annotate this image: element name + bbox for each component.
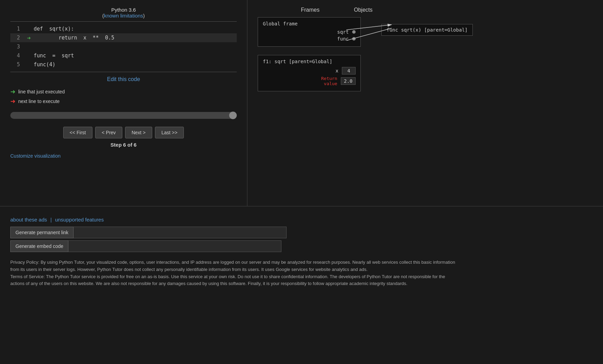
func-pointer-dot xyxy=(352,37,356,41)
return-value: 2.0 xyxy=(341,77,356,85)
line-num-5: 5 xyxy=(10,61,24,68)
generate-embed-button[interactable]: Generate embed code xyxy=(10,240,68,252)
generate-permanent-button[interactable]: Generate permanent link xyxy=(10,227,74,238)
python-title: Python 3.6 (known limitations) xyxy=(10,7,237,19)
frame-row-sqrt: sqrt xyxy=(263,29,356,35)
last-button[interactable]: Last >> xyxy=(155,127,184,138)
line-code-2: return x ** 0.5 xyxy=(34,35,114,41)
sqrt-pointer-dot xyxy=(352,30,356,34)
separator: | xyxy=(51,217,53,223)
known-limitations-link[interactable]: known limitations xyxy=(104,13,143,19)
global-frame-title: Global frame xyxy=(263,21,356,26)
first-button[interactable]: << First xyxy=(63,127,92,138)
slider-container[interactable] xyxy=(10,112,237,120)
frames-header: Frames xyxy=(258,7,326,13)
step-slider[interactable] xyxy=(10,112,237,119)
privacy-text: Privacy Policy: By using Python Tutor, y… xyxy=(10,259,457,287)
prev-button[interactable]: < Prev xyxy=(95,127,122,138)
line-num-3: 3 xyxy=(10,44,24,50)
ads-links: about these ads | unsupported features xyxy=(10,217,593,223)
frames-objects-header: Frames Objects xyxy=(258,7,593,13)
var-sqrt: sqrt xyxy=(337,29,349,35)
func-object-box: func sqrt(x) [parent=Global] xyxy=(381,24,473,36)
code-line-5: 5 func(4) xyxy=(10,60,237,69)
line-num-4: 4 xyxy=(10,53,24,59)
global-frame-box: Global frame sqrt func xyxy=(258,17,361,47)
about-ads-link[interactable]: about these ads xyxy=(10,217,47,223)
edit-this-code-link[interactable]: Edit this code xyxy=(107,76,140,82)
frame-row-return: Returnvalue 2.0 xyxy=(263,76,356,86)
permanent-link-input[interactable] xyxy=(74,227,287,238)
legend-green-text: line that just executed xyxy=(18,89,65,94)
frame-row-func: func xyxy=(263,36,356,42)
green-arrow-icon: ➜ xyxy=(10,88,15,95)
generate-permanent-row: Generate permanent link xyxy=(10,227,593,238)
f1-frame-box: f1: sqrt [parent=Global] x 4 Returnvalue… xyxy=(258,55,361,91)
right-panel: Frames Objects xyxy=(247,0,603,206)
line-code-4: func = sqrt xyxy=(34,53,74,59)
bottom-section: about these ads | unsupported features G… xyxy=(0,206,603,287)
f1-frame-title: f1: sqrt [parent=Global] xyxy=(263,59,356,64)
generate-embed-row: Generate embed code xyxy=(10,240,593,252)
frame-row-x: x 4 xyxy=(263,67,356,75)
red-arrow-icon: ➜ xyxy=(10,98,15,105)
x-value: 4 xyxy=(342,67,356,75)
line-arrow-green: ➜ xyxy=(24,34,34,42)
visualization-area: Global frame sqrt func f1: sqrt [parent=… xyxy=(258,17,593,95)
var-x: x xyxy=(336,68,338,73)
legend-red: ➜ next line to execute xyxy=(10,98,237,105)
var-func: func xyxy=(337,36,349,42)
left-panel: Python 3.6 (known limitations) 1 def sqr… xyxy=(0,0,247,206)
edit-link-container: Edit this code xyxy=(10,76,237,82)
unsupported-features-link[interactable]: unsupported features xyxy=(55,217,104,223)
embed-code-input[interactable] xyxy=(68,240,281,252)
legend-green: ➜ line that just executed xyxy=(10,88,237,95)
customize-link-container: Customize visualization xyxy=(10,153,237,159)
language-title: Python 3.6 xyxy=(111,7,136,13)
objects-column: func sqrt(x) [parent=Global] xyxy=(381,17,473,95)
return-label: Returnvalue xyxy=(321,76,337,86)
code-area: 1 def sqrt(x): 2 ➜ return x ** 0.5 3 4 f… xyxy=(10,21,237,72)
step-info: Step 6 of 6 xyxy=(10,142,237,148)
objects-header: Objects xyxy=(326,7,372,13)
privacy-section: Privacy Policy: By using Python Tutor, y… xyxy=(10,259,457,287)
code-line-2: 2 ➜ return x ** 0.5 xyxy=(10,33,237,42)
line-code-5: func(4) xyxy=(34,61,55,68)
legend: ➜ line that just executed ➜ next line to… xyxy=(10,88,237,105)
next-button[interactable]: Next > xyxy=(125,127,152,138)
legend-red-text: next line to execute xyxy=(18,99,60,104)
nav-buttons: << First < Prev Next > Last >> xyxy=(10,127,237,138)
customize-visualization-link[interactable]: Customize visualization xyxy=(10,153,60,159)
code-line-1: 1 def sqrt(x): xyxy=(10,24,237,33)
line-num-1: 1 xyxy=(10,26,24,32)
code-line-3: 3 xyxy=(10,42,237,51)
line-num-2: 2 xyxy=(10,35,24,41)
line-code-1: def sqrt(x): xyxy=(34,26,74,32)
frames-objects-layout: Global frame sqrt func f1: sqrt [parent=… xyxy=(258,17,593,95)
frames-column: Global frame sqrt func f1: sqrt [parent=… xyxy=(258,17,361,95)
code-line-4: 4 func = sqrt xyxy=(10,51,237,60)
